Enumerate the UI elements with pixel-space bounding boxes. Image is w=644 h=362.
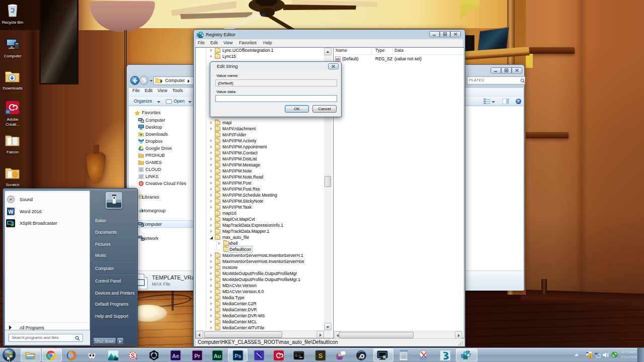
svg-text:Pr: Pr — [194, 353, 200, 359]
svg-text:Au: Au — [214, 353, 221, 359]
svg-text:S: S — [318, 352, 323, 359]
svg-text:!: ! — [590, 354, 591, 359]
svg-text:W: W — [8, 209, 14, 215]
svg-text:Ps: Ps — [234, 353, 241, 359]
svg-text:S: S — [131, 352, 135, 359]
svg-text:C:\: C:\ — [295, 354, 301, 357]
svg-text:Ae: Ae — [172, 353, 179, 359]
svg-text:St: St — [6, 110, 10, 114]
